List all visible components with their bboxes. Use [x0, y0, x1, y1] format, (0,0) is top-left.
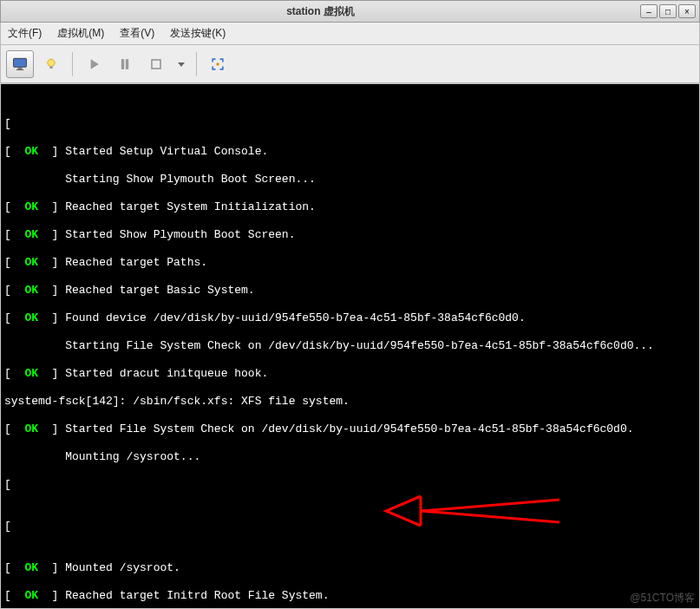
fullscreen-button[interactable]	[204, 50, 232, 78]
ok-status: OK	[24, 284, 38, 297]
term-line: [ OK ] Reached target Paths.	[4, 256, 696, 270]
menu-sendkey[interactable]: 发送按键(K)	[170, 26, 226, 41]
bulb-icon	[43, 56, 60, 73]
svg-rect-4	[49, 66, 52, 69]
dropdown-button[interactable]	[173, 50, 189, 78]
svg-point-10	[216, 62, 219, 65]
info-button[interactable]	[37, 50, 65, 78]
ok-status: OK	[24, 422, 38, 435]
menu-file[interactable]: 文件(F)	[8, 26, 42, 41]
svg-rect-6	[121, 59, 124, 69]
menu-view[interactable]: 查看(V)	[120, 26, 154, 41]
chevron-down-icon	[177, 60, 186, 69]
term-line: [ OK ] Started Show Plymouth Boot Screen…	[4, 228, 696, 242]
play-icon	[85, 56, 102, 73]
toolbar-separator	[196, 52, 197, 76]
term-line: [ OK ] Reached target Initrd Root File S…	[4, 589, 696, 603]
svg-rect-0	[14, 58, 27, 67]
toolbar	[0, 45, 700, 83]
term-line: Starting Show Plymouth Boot Screen...	[4, 173, 696, 187]
term-line: [ OK ] Started Setup Virtual Console.	[4, 145, 696, 159]
term-line: [ OK ] Reached target Basic System.	[4, 284, 696, 298]
svg-rect-7	[126, 59, 128, 69]
ok-status: OK	[24, 311, 38, 324]
ok-status: OK	[24, 561, 38, 574]
term-line: [ OK ] Found device /dev/disk/by-uuid/95…	[4, 311, 696, 325]
ok-status: OK	[24, 256, 38, 269]
console-button[interactable]	[6, 50, 34, 78]
term-line: [	[4, 117, 696, 131]
watermark: @51CTO博客	[630, 591, 695, 606]
menu-bar: 文件(F) 虚拟机(M) 查看(V) 发送按键(K)	[0, 23, 700, 45]
term-line: [ OK ] Started File System Check on /dev…	[4, 422, 696, 436]
menu-vm[interactable]: 虚拟机(M)	[57, 26, 104, 41]
terminal-output[interactable]: [ [ OK ] Started Setup Virtual Console. …	[1, 84, 699, 608]
ok-status: OK	[24, 589, 38, 602]
ok-status: OK	[24, 367, 38, 380]
term-line: [ OK ] Reached target System Initializat…	[4, 200, 696, 214]
svg-marker-5	[91, 59, 99, 69]
svg-marker-9	[178, 62, 185, 67]
window-title: station 虚拟机	[1, 4, 640, 19]
close-button[interactable]: ×	[678, 4, 696, 18]
pause-button[interactable]	[111, 50, 139, 78]
window-controls: – □ ×	[640, 4, 699, 18]
minimize-button[interactable]: –	[640, 4, 657, 18]
fullscreen-icon	[209, 56, 226, 73]
toolbar-separator	[72, 52, 73, 76]
term-line: Mounting /sysroot...	[4, 450, 696, 464]
pause-icon	[116, 56, 134, 73]
window-titlebar: station 虚拟机 – □ ×	[0, 0, 700, 23]
term-line: [ OK ] Mounted /sysroot.	[4, 561, 696, 575]
ok-status: OK	[24, 200, 38, 213]
run-button[interactable]	[80, 50, 108, 78]
term-line: [	[4, 478, 696, 492]
term-line: Starting File System Check on /dev/disk/…	[4, 339, 696, 353]
ok-status: OK	[24, 228, 38, 241]
svg-rect-8	[152, 60, 160, 69]
svg-point-3	[48, 59, 55, 66]
term-line: systemd-fsck[142]: /sbin/fsck.xfs: XFS f…	[4, 395, 696, 409]
shutdown-button[interactable]	[142, 50, 170, 78]
maximize-button[interactable]: □	[659, 4, 677, 18]
svg-rect-1	[18, 68, 23, 69]
term-line: [	[4, 520, 696, 534]
monitor-icon	[11, 56, 29, 73]
ok-status: OK	[24, 145, 38, 158]
power-icon	[147, 56, 165, 73]
term-line: [ OK ] Started dracut initqueue hook.	[4, 367, 696, 381]
svg-rect-2	[16, 69, 23, 69]
